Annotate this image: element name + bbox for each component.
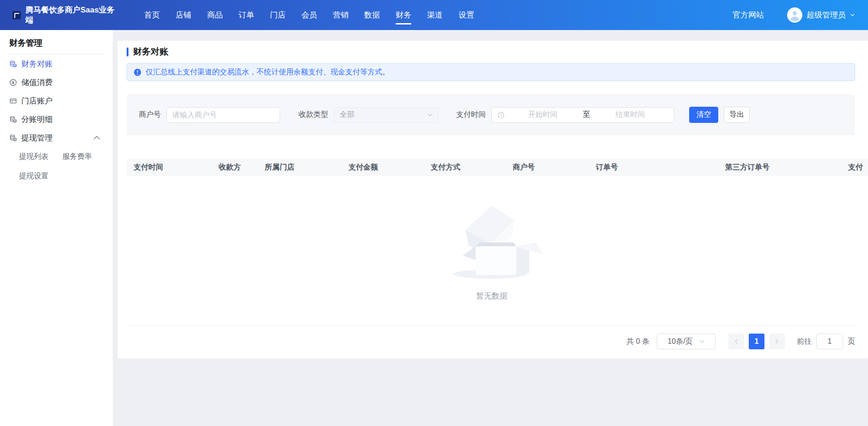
- chevron-down-icon: [850, 12, 855, 18]
- merchant-input[interactable]: [166, 107, 280, 123]
- sidebar-subitem[interactable]: 提现列表: [19, 147, 62, 166]
- page-title-row: 财务对账: [127, 47, 868, 56]
- yen-circle-icon: [9, 79, 17, 86]
- nav-item[interactable]: 会员: [300, 0, 318, 30]
- nav-item[interactable]: 首页: [143, 0, 161, 30]
- nav-item[interactable]: 商品: [206, 0, 224, 30]
- main-content: 财务对账 仅汇总线上支付渠道的交易流水，不统计使用余额支付、现金支付等方式。 商…: [113, 30, 868, 426]
- chevron-down-icon: [699, 339, 705, 344]
- official-site-link[interactable]: 官方网站: [733, 10, 764, 20]
- nav-item[interactable]: 店铺: [175, 0, 192, 30]
- filter-panel: 商户号 收款类型 全部 支付时间 开始时间 至 结束时间: [127, 94, 855, 135]
- page-title: 财务对账: [133, 46, 168, 58]
- page-size-select[interactable]: 10条/页: [657, 334, 715, 349]
- main-nav: 首页 店铺 商品 订单 门店 会员 营销 数据 财务 渠道 设置: [143, 0, 475, 30]
- sidebar-subitem[interactable]: 服务费率: [62, 147, 113, 166]
- sidebar: 财务管理 财务对账 储值消费 门店账户 分账明细 提现管理 提现列表服务费率提现…: [0, 30, 113, 426]
- table-column-header: 支付: [841, 163, 868, 172]
- date-range-picker[interactable]: 开始时间 至 结束时间: [491, 107, 674, 123]
- table-column-header: 支付金额: [342, 163, 424, 172]
- clock-icon: [497, 111, 505, 119]
- sidebar-title: 财务管理: [0, 38, 113, 48]
- empty-box-illustration: [439, 200, 545, 284]
- table-column-header: 收款方: [212, 163, 258, 172]
- empty-text: 暂无数据: [476, 291, 507, 301]
- sidebar-item[interactable]: 提现管理: [0, 128, 113, 147]
- goto-unit: 页: [848, 337, 855, 347]
- top-navbar: 腾马餐饮多商户Saas业务端 首页 店铺 商品 订单 门店 会员 营销 数据 财…: [0, 0, 868, 30]
- clear-button[interactable]: 清空: [689, 107, 718, 123]
- total-count: 共 0 条: [626, 337, 649, 347]
- sidebar-item[interactable]: 储值消费: [0, 73, 113, 91]
- sidebar-menu: 财务对账 储值消费 门店账户 分账明细 提现管理: [0, 55, 113, 147]
- export-button[interactable]: 导出: [724, 107, 750, 123]
- table-column-header: 商户号: [506, 163, 589, 172]
- type-select[interactable]: 全部: [334, 107, 439, 123]
- user-menu[interactable]: 超级管理员: [787, 7, 855, 23]
- card-icon: [9, 97, 17, 105]
- table-column-header: 第三方订单号: [718, 163, 841, 172]
- avatar-icon: [787, 7, 802, 23]
- chevron-down-icon: [427, 112, 433, 118]
- brand: 腾马餐饮多商户Saas业务端: [12, 5, 126, 25]
- end-time-placeholder: 结束时间: [592, 110, 668, 120]
- info-alert: 仅汇总线上支付渠道的交易流水，不统计使用余额支付、现金支付等方式。: [127, 63, 855, 81]
- type-select-value: 全部: [340, 110, 355, 120]
- nav-item[interactable]: 渠道: [426, 0, 444, 30]
- nav-item[interactable]: 财务: [395, 0, 412, 30]
- nav-item[interactable]: 订单: [238, 0, 255, 30]
- pagination: 共 0 条 10条/页 1 前往 页: [127, 325, 868, 358]
- page-size-value: 10条/页: [667, 337, 692, 347]
- merchant-label: 商户号: [139, 110, 161, 120]
- navbar-right: 官方网站 超级管理员: [733, 7, 855, 23]
- table-column-header: 支付方式: [424, 163, 506, 172]
- sidebar-item[interactable]: 分账明细: [0, 110, 113, 128]
- goto-page-input[interactable]: [816, 334, 843, 349]
- content-card: 财务对账 仅汇总线上支付渠道的交易流水，不统计使用余额支付、现金支付等方式。 商…: [117, 41, 868, 359]
- coins-icon: [9, 116, 17, 123]
- brand-title: 腾马餐饮多商户Saas业务端: [25, 5, 116, 25]
- range-separator: 至: [581, 110, 592, 120]
- alert-text: 仅汇总线上支付渠道的交易流水，不统计使用余额支付、现金支付等方式。: [146, 67, 390, 77]
- start-time-placeholder: 开始时间: [505, 110, 581, 120]
- sidebar-submenu: 提现列表服务费率提现设置: [0, 147, 113, 186]
- type-label: 收款类型: [299, 110, 328, 120]
- nav-item[interactable]: 门店: [269, 0, 287, 30]
- username: 超级管理员: [807, 10, 846, 20]
- coins-icon: [9, 134, 17, 142]
- goto-label: 前往: [797, 337, 812, 347]
- time-label: 支付时间: [456, 110, 486, 120]
- table-header: 支付时间收款方所属门店支付金额支付方式商户号订单号第三方订单号支付: [127, 159, 868, 176]
- sidebar-subitem[interactable]: 提现设置: [19, 166, 62, 186]
- next-page-button[interactable]: [769, 334, 785, 349]
- coins-icon: [9, 60, 17, 68]
- page-number-button[interactable]: 1: [749, 334, 764, 349]
- table-column-header: 订单号: [589, 163, 718, 172]
- sidebar-item[interactable]: 财务对账: [0, 55, 113, 73]
- nav-item[interactable]: 设置: [458, 0, 475, 30]
- table-column-header: 所属门店: [258, 163, 342, 172]
- nav-item[interactable]: 营销: [332, 0, 349, 30]
- nav-item[interactable]: 数据: [363, 0, 381, 30]
- chevron-up-icon: [93, 134, 101, 142]
- info-icon: [134, 68, 141, 76]
- empty-state: 暂无数据: [121, 176, 862, 325]
- sidebar-item[interactable]: 门店账户: [0, 91, 113, 110]
- brand-logo-icon: [12, 11, 21, 19]
- prev-page-button[interactable]: [728, 334, 744, 349]
- title-accent-bar: [127, 48, 128, 56]
- table-column-header: 支付时间: [127, 163, 212, 172]
